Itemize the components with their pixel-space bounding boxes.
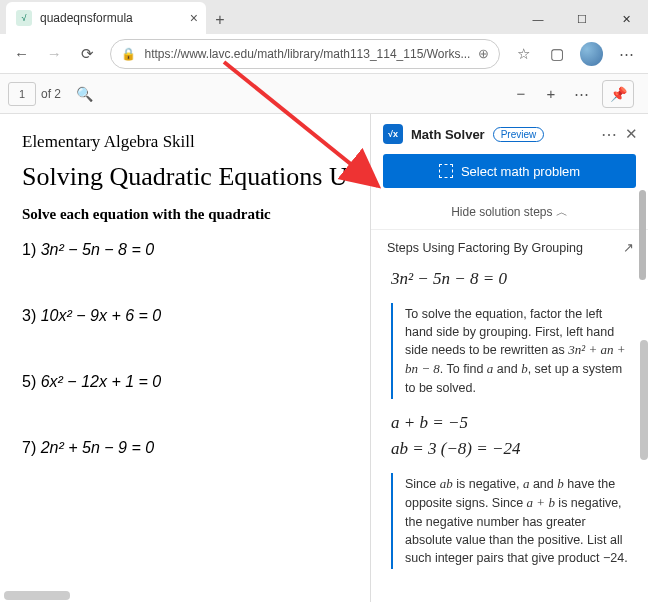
equation-1: 1) 3n² − 5n − 8 = 0 [22, 241, 356, 259]
close-window-button[interactable]: ✕ [604, 4, 648, 34]
panel-body: Steps Using Factoring By Grouping ↗ 3n² … [371, 230, 648, 602]
new-tab-button[interactable]: + [206, 6, 234, 34]
doc-subhead: Elementary Algebra Skill [22, 132, 356, 152]
system-line-2: ab = 3 (−8) = −24 [391, 439, 634, 459]
select-math-problem-button[interactable]: Select math problem [383, 154, 636, 188]
tab-favicon: √ [16, 10, 32, 26]
system-line-1: a + b = −5 [391, 413, 634, 433]
page-scrollbar[interactable] [639, 190, 646, 280]
tab-title: quadeqnsformula [40, 11, 182, 25]
browser-tab[interactable]: √ quadeqnsformula × [6, 2, 206, 34]
address-bar[interactable]: 🔒 https://www.lavc.edu/math/library/math… [110, 39, 500, 69]
pdf-toolbar: 1 of 2 🔍 − + ⋯ 📌 [0, 74, 648, 114]
refresh-button[interactable]: ⟳ [72, 38, 103, 70]
search-pdf-icon[interactable]: 🔍 [69, 79, 99, 109]
collections-button[interactable]: ▢ [541, 38, 572, 70]
crop-icon [439, 164, 453, 178]
zoom-out-button[interactable]: − [506, 79, 536, 109]
reading-icon[interactable]: ⊕ [478, 46, 489, 61]
step-title: Steps Using Factoring By Grouping [387, 241, 583, 255]
profile-avatar[interactable] [580, 42, 603, 66]
step-title-row: Steps Using Factoring By Grouping ↗ [387, 240, 634, 255]
explanation-2: Since ab is negative, a and b have the o… [391, 473, 634, 569]
doc-heading: Solving Quadratic Equations U [22, 162, 356, 192]
explanation-1: To solve the equation, factor the left h… [391, 303, 634, 399]
horizontal-scrollbar[interactable] [4, 591, 70, 600]
lock-icon: 🔒 [121, 47, 136, 61]
minimize-button[interactable]: — [516, 4, 560, 34]
hide-steps-toggle[interactable]: Hide solution steps ︿ [371, 198, 648, 230]
page-count: of 2 [41, 87, 61, 101]
panel-title: Math Solver [411, 127, 485, 142]
pin-toolbar-button[interactable]: 📌 [602, 80, 634, 108]
select-math-label: Select math problem [461, 164, 580, 179]
equation-3: 3) 10x² − 9x + 6 = 0 [22, 307, 356, 325]
panel-more-button[interactable]: ⋯ [601, 125, 617, 144]
doc-instruction: Solve each equation with the quadratic [22, 206, 356, 223]
pdf-more-button[interactable]: ⋯ [566, 79, 596, 109]
panel-close-button[interactable]: ✕ [625, 125, 638, 143]
equation-5: 5) 6x² − 12x + 1 = 0 [22, 373, 356, 391]
open-external-icon[interactable]: ↗ [623, 240, 634, 255]
browser-toolbar: ← → ⟳ 🔒 https://www.lavc.edu/math/librar… [0, 34, 648, 74]
main-equation: 3n² − 5n − 8 = 0 [391, 269, 634, 289]
back-button[interactable]: ← [6, 38, 37, 70]
favorites-button[interactable]: ☆ [508, 38, 539, 70]
menu-button[interactable]: ⋯ [611, 38, 642, 70]
page-number-input[interactable]: 1 [8, 82, 36, 106]
panel-header: √x Math Solver Preview ⋯ ✕ [371, 114, 648, 152]
window-titlebar: √ quadeqnsformula × + — ☐ ✕ [0, 0, 648, 34]
pdf-document[interactable]: Elementary Algebra Skill Solving Quadrat… [0, 114, 370, 602]
panel-scrollbar[interactable] [640, 340, 648, 460]
content-area: Elementary Algebra Skill Solving Quadrat… [0, 114, 648, 602]
math-solver-panel: √x Math Solver Preview ⋯ ✕ Select math p… [370, 114, 648, 602]
preview-badge: Preview [493, 127, 545, 142]
math-solver-icon: √x [383, 124, 403, 144]
url-text: https://www.lavc.edu/math/library/math11… [144, 47, 470, 61]
zoom-in-button[interactable]: + [536, 79, 566, 109]
equation-7: 7) 2n² + 5n − 9 = 0 [22, 439, 356, 457]
maximize-button[interactable]: ☐ [560, 4, 604, 34]
forward-button[interactable]: → [39, 38, 70, 70]
window-controls: — ☐ ✕ [516, 4, 648, 34]
tab-close-icon[interactable]: × [190, 10, 198, 26]
